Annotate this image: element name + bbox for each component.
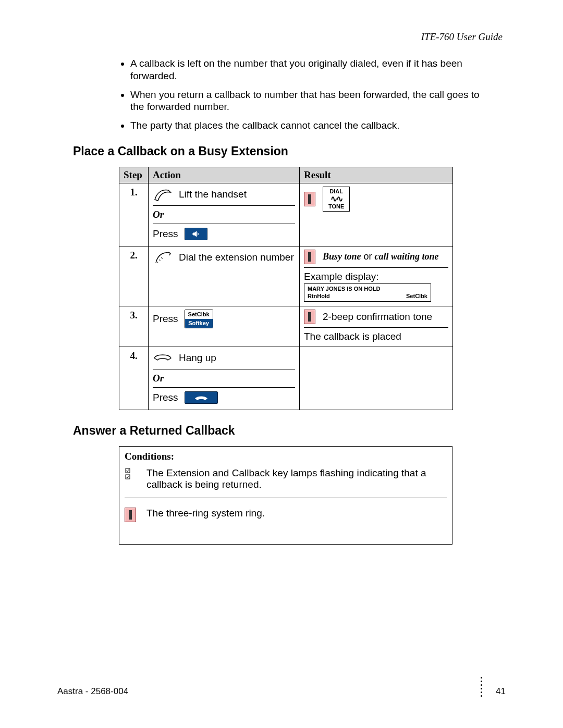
display-softkey-left: RtnHold	[308, 293, 330, 299]
result-text: 2-beep confirmation tone	[323, 311, 432, 323]
condition-text: The Extension and Callback key lamps fla…	[146, 467, 447, 490]
table-row: 1. Lift the handset Or Press	[119, 183, 453, 246]
note-icon	[304, 310, 315, 324]
heading-answer-callback: Answer a Returned Callback	[73, 424, 506, 438]
dial-hand-icon	[153, 250, 173, 265]
col-step: Step	[119, 167, 149, 183]
handset-lift-icon	[153, 187, 173, 202]
page-number: 41	[496, 686, 506, 697]
note-icon	[304, 250, 315, 264]
col-result: Result	[300, 167, 453, 183]
condition-text: The three-ring system ring.	[146, 508, 265, 519]
note-icon	[304, 192, 315, 206]
step-number: 2.	[119, 246, 149, 306]
conditions-title: Conditions:	[125, 451, 447, 462]
or-label: Or	[153, 209, 295, 224]
example-display-label: Example display:	[304, 271, 448, 282]
col-action: Action	[149, 167, 300, 183]
table-row: 3. Press SetClbk Softkey 2-beep confirma…	[119, 306, 453, 347]
display-line1: MARY JONES IS ON HOLD	[308, 286, 427, 292]
intro-bullet-list: A callback is left on the number that yo…	[73, 57, 506, 132]
note-icon	[125, 508, 136, 522]
step-number: 3.	[119, 306, 149, 347]
action-text: Lift the handset	[179, 189, 247, 200]
setclbk-softkey-icon: SetClbk Softkey	[185, 310, 213, 328]
action-text: Press	[153, 228, 178, 240]
bullet-item: The party that places the callback canno…	[130, 119, 506, 132]
display-softkey-right: SetClbk	[406, 293, 427, 299]
result-cell: 2-beep confirmation tone The callback is…	[300, 306, 453, 347]
footer-dots-icon	[481, 677, 482, 697]
bullet-item: When you return a callback to number tha…	[130, 89, 506, 114]
heading-place-callback: Place a Callback on a Busy Extension	[73, 144, 506, 158]
phone-onhook-icon	[153, 351, 173, 365]
table-row: 2. Dial the extension number Busy tone o…	[119, 246, 453, 306]
bullet-item: A callback is left on the number that yo…	[130, 57, 506, 82]
footer-left: Aastra - 2568-004	[57, 686, 128, 697]
action-cell: Dial the extension number	[149, 246, 300, 306]
result-cell: Busy tone or call waiting tone Example d…	[300, 246, 453, 306]
action-cell: Hang up Or Press	[149, 347, 300, 410]
action-text: Hang up	[179, 352, 216, 364]
result-cell: DIAL ∿∿ TONE	[300, 183, 453, 246]
page: ITE-760 User Guide A callback is left on…	[0, 0, 563, 728]
result-text: The callback is placed	[304, 331, 448, 342]
running-header: ITE-760 User Guide	[73, 31, 506, 43]
action-text: Press	[153, 392, 178, 403]
or-label: Or	[153, 373, 295, 388]
result-cell	[300, 347, 453, 410]
hangup-button-icon	[185, 391, 218, 404]
conditions-box: Conditions: The Extension and Callback k…	[119, 446, 452, 545]
page-footer: Aastra - 2568-004 41	[57, 677, 506, 697]
action-cell: Lift the handset Or Press	[149, 183, 300, 246]
table-header-row: Step Action Result	[119, 167, 453, 183]
action-text: Press	[153, 313, 178, 325]
step-number: 4.	[119, 347, 149, 410]
table-row: 4. Hang up Or Press	[119, 347, 453, 410]
dial-tone-indicator: DIAL ∿∿ TONE	[323, 187, 350, 212]
action-cell: Press SetClbk Softkey	[149, 306, 300, 347]
steps-table: Step Action Result 1. Lift the handset O…	[119, 167, 453, 410]
speaker-button-icon	[185, 228, 207, 240]
checklist-icon	[125, 467, 136, 482]
result-tone-text: Busy tone or call waiting tone	[323, 251, 439, 262]
phone-display: MARY JONES IS ON HOLD RtnHold SetClbk	[304, 283, 431, 302]
step-number: 1.	[119, 183, 149, 246]
action-text: Dial the extension number	[179, 252, 294, 263]
